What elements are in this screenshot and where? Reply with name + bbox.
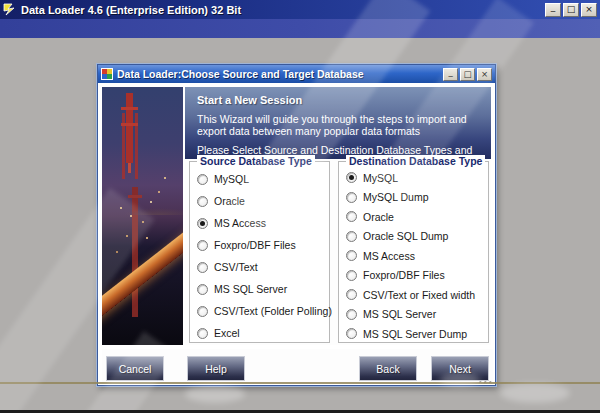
radio-button-icon[interactable] (197, 196, 208, 207)
radio-button-icon[interactable] (197, 306, 208, 317)
dialog-close-button[interactable]: × (477, 68, 492, 81)
dialog-title: Data Loader:Choose Source and Target Dat… (117, 68, 441, 80)
radio-button-icon[interactable] (197, 284, 208, 295)
radio-button-icon[interactable] (346, 250, 357, 261)
dialog-titlebar[interactable]: Data Loader:Choose Source and Target Dat… (98, 65, 495, 83)
radio-option[interactable]: MS SQL Server Dump (339, 324, 488, 344)
bridge-hills (102, 205, 183, 215)
radio-button-icon[interactable] (197, 240, 208, 251)
radio-button-icon[interactable] (197, 328, 208, 339)
maximize-button[interactable]: □ (563, 3, 579, 17)
cancel-button[interactable]: Cancel (106, 356, 164, 381)
close-button[interactable]: × (581, 3, 597, 17)
radio-option[interactable]: MS Access (339, 246, 488, 266)
wizard-description: This Wizard will guide you through the s… (197, 113, 489, 137)
dialog-app-icon (101, 68, 113, 80)
source-group-label: Source Database Type (197, 155, 315, 167)
source-database-group: Source Database Type MySQL Oracle MS Acc… (189, 161, 330, 343)
radio-option[interactable]: MySQL Dump (339, 188, 488, 208)
dialog-minimize-button[interactable]: _ (443, 68, 458, 81)
radio-option[interactable]: MS SQL Server (190, 278, 329, 300)
bridge-deck-light-trail (102, 204, 183, 321)
city-lights (120, 207, 122, 209)
radio-button-icon[interactable] (346, 289, 357, 300)
radio-button-icon[interactable] (346, 172, 357, 183)
destination-group-label: Destination Database Type (346, 155, 485, 167)
radio-option[interactable]: Oracle (190, 190, 329, 212)
menu-item[interactable] (6, 27, 28, 31)
radio-option[interactable]: MS SQL Server (339, 305, 488, 325)
window-title: Data Loader 4.6 (Enterprise Edition) 32 … (21, 4, 545, 16)
radio-button-icon[interactable] (346, 231, 357, 242)
back-button[interactable]: Back (359, 356, 417, 381)
main-window: Data Loader 4.6 (Enterprise Edition) 32 … (0, 0, 600, 413)
radio-button-icon[interactable] (346, 270, 357, 281)
radio-button-icon[interactable] (346, 309, 357, 320)
radio-button-icon[interactable] (197, 218, 208, 229)
wizard-button-strip: Cancel Help Back Next (102, 349, 493, 383)
radio-button-icon[interactable] (346, 192, 357, 203)
menu-item[interactable] (50, 27, 72, 31)
scan-artifact-line (0, 382, 600, 384)
radio-option[interactable]: CSV/Text (Folder Polling) (190, 300, 329, 322)
radio-option[interactable]: Oracle SQL Dump (339, 227, 488, 247)
wizard-step-title: Start a New Session (197, 94, 483, 106)
radio-button-icon[interactable] (197, 262, 208, 273)
menu-item[interactable] (72, 27, 94, 31)
radio-option[interactable]: MS Access (190, 212, 329, 234)
radio-option[interactable]: MySQL (190, 168, 329, 190)
radio-option[interactable]: Foxpro/DBF Files (190, 234, 329, 256)
bridge-tower (126, 93, 133, 163)
radio-button-icon[interactable] (346, 328, 357, 339)
app-lightning-icon (3, 3, 17, 16)
radio-option[interactable]: CSV/Text (190, 256, 329, 278)
main-titlebar: Data Loader 4.6 (Enterprise Edition) 32 … (0, 0, 600, 19)
radio-option[interactable]: Foxpro/DBF Files (339, 266, 488, 286)
radio-option[interactable]: Excel (190, 322, 329, 344)
menu-item[interactable] (28, 27, 50, 31)
radio-option[interactable]: MySQL (339, 168, 488, 188)
menu-item[interactable] (94, 27, 116, 31)
source-radio-list: MySQL Oracle MS Access Foxpro/DBF Files … (190, 168, 329, 344)
next-button[interactable]: Next (431, 356, 489, 381)
radio-button-icon[interactable] (197, 174, 208, 185)
golden-gate-bridge-image (102, 87, 183, 345)
help-button[interactable]: Help (187, 356, 245, 381)
radio-option[interactable]: CSV/Text or Fixed width (339, 285, 488, 305)
wizard-header: Start a New Session This Wizard will gui… (185, 87, 491, 159)
menu-bar (0, 19, 600, 38)
radio-button-icon[interactable] (346, 211, 357, 222)
wizard-dialog: Data Loader:Choose Source and Target Dat… (97, 64, 496, 386)
radio-option[interactable]: Oracle (339, 207, 488, 227)
minimize-button[interactable]: _ (545, 3, 561, 17)
destination-radio-list: MySQL MySQL Dump Oracle Oracle SQL Dump … (339, 168, 488, 344)
dialog-maximize-button[interactable]: □ (460, 68, 475, 81)
destination-database-group: Destination Database Type MySQL MySQL Du… (338, 161, 489, 343)
